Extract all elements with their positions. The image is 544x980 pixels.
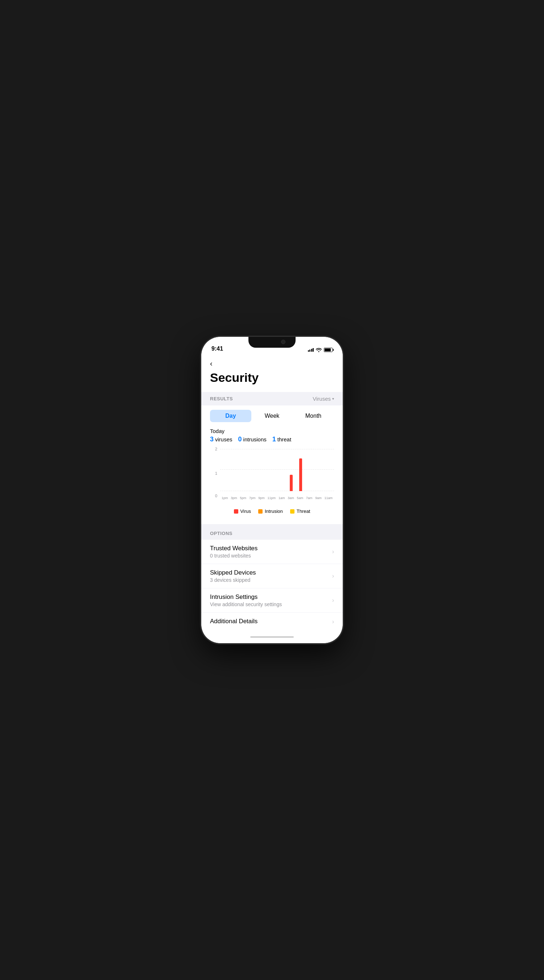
skipped-devices-subtitle: 3 devices skipped bbox=[210, 577, 256, 583]
legend-threat: Threat bbox=[290, 509, 311, 514]
intrusion-label: intrusions bbox=[243, 436, 266, 442]
bars-area bbox=[220, 449, 334, 491]
intrusion-settings-title: Intrusion Settings bbox=[210, 593, 282, 601]
tab-week[interactable]: Week bbox=[251, 410, 293, 422]
notch bbox=[248, 337, 296, 348]
status-icons bbox=[308, 348, 333, 352]
x-label-11pm: 11pm bbox=[268, 496, 276, 500]
trusted-websites-subtitle: 0 trusted websites bbox=[210, 553, 257, 558]
legend-virus: Virus bbox=[234, 509, 251, 514]
virus-label: viruses bbox=[215, 436, 233, 442]
bar-5am bbox=[299, 458, 302, 491]
scroll-content[interactable]: ‹ Security RESULTS Viruses ▾ Day Week bbox=[201, 355, 343, 631]
options-section-header: OPTIONS bbox=[201, 527, 343, 540]
virus-legend-label: Virus bbox=[241, 509, 251, 514]
bar-3am bbox=[290, 475, 293, 491]
trusted-websites-title: Trusted Websites bbox=[210, 545, 257, 552]
threat-dot bbox=[290, 509, 295, 514]
threat-count: 1 bbox=[272, 436, 276, 443]
x-label-7pm: 7pm bbox=[249, 496, 256, 500]
intrusion-dot bbox=[258, 509, 263, 514]
threat-label: threat bbox=[278, 436, 291, 442]
section-divider bbox=[201, 524, 343, 527]
wifi-icon bbox=[316, 348, 322, 352]
y-label-2: 2 bbox=[210, 447, 217, 451]
stat-viruses: 3 viruses bbox=[210, 436, 233, 443]
camera-notch bbox=[281, 340, 285, 344]
legend-intrusion: Intrusion bbox=[258, 509, 283, 514]
chart-area: 2 1 0 bbox=[210, 449, 334, 500]
x-label-3am: 3am bbox=[288, 496, 294, 500]
x-label-5pm: 5pm bbox=[240, 496, 247, 500]
chevron-right-icon: › bbox=[332, 619, 334, 625]
tab-day[interactable]: Day bbox=[210, 410, 251, 422]
stat-intrusions: 0 intrusions bbox=[238, 436, 266, 443]
x-label-9am: 9am bbox=[315, 496, 322, 500]
phone-frame: 9:41 bbox=[201, 337, 343, 643]
x-label-9pm: 9pm bbox=[258, 496, 265, 500]
home-indicator bbox=[201, 631, 343, 643]
results-section-header: RESULTS Viruses ▾ bbox=[201, 392, 343, 406]
option-trusted-websites[interactable]: Trusted Websites 0 trusted websites › bbox=[201, 540, 343, 564]
y-label-0: 0 bbox=[210, 494, 217, 498]
tabs-container: Day Week Month bbox=[201, 406, 343, 426]
intrusion-count: 0 bbox=[238, 436, 242, 443]
y-label-1: 1 bbox=[210, 471, 217, 476]
chevron-right-icon: › bbox=[332, 597, 334, 604]
filter-dropdown[interactable]: Viruses ▾ bbox=[312, 396, 334, 402]
option-additional-details[interactable]: Additional Details › bbox=[201, 612, 343, 631]
filter-label: Viruses bbox=[312, 396, 331, 402]
x-label-1pm: 1pm bbox=[222, 496, 228, 500]
options-label: OPTIONS bbox=[210, 531, 233, 536]
x-label-11am: 11am bbox=[325, 496, 333, 500]
x-label-5am: 5am bbox=[297, 496, 303, 500]
intrusion-legend-label: Intrusion bbox=[265, 509, 283, 514]
stat-threats: 1 threat bbox=[272, 436, 291, 443]
tab-month[interactable]: Month bbox=[293, 410, 334, 422]
stats-numbers: 3 viruses 0 intrusions 1 threat bbox=[210, 436, 334, 443]
chart-container: 2 1 0 bbox=[201, 446, 343, 524]
chevron-down-icon: ▾ bbox=[332, 397, 334, 401]
chevron-right-icon: › bbox=[332, 549, 334, 555]
x-label-1am: 1am bbox=[279, 496, 285, 500]
chart-legend: Virus Intrusion Threat bbox=[210, 509, 334, 520]
threat-legend-label: Threat bbox=[297, 509, 311, 514]
battery-icon bbox=[324, 348, 333, 352]
x-label-7am: 7am bbox=[306, 496, 312, 500]
virus-dot bbox=[234, 509, 238, 514]
virus-count: 3 bbox=[210, 436, 214, 443]
skipped-devices-title: Skipped Devices bbox=[210, 569, 256, 576]
x-labels: 1pm 3pm 5pm 7pm 9pm 11pm 1am 3am 5am 7am… bbox=[220, 496, 334, 500]
intrusion-settings-subtitle: View additional security settings bbox=[210, 601, 282, 607]
nav-back: ‹ bbox=[201, 355, 343, 369]
option-intrusion-settings[interactable]: Intrusion Settings View additional secur… bbox=[201, 589, 343, 612]
today-label: Today bbox=[210, 428, 334, 434]
x-label-3pm: 3pm bbox=[231, 496, 237, 500]
phone-screen: 9:41 bbox=[201, 337, 343, 643]
results-label: RESULTS bbox=[210, 396, 233, 401]
status-time: 9:41 bbox=[211, 345, 223, 352]
signal-icon bbox=[308, 348, 314, 352]
stats-row: Today 3 viruses 0 intrusions 1 threat bbox=[201, 426, 343, 446]
additional-details-title: Additional Details bbox=[210, 618, 257, 625]
chevron-right-icon: › bbox=[332, 573, 334, 579]
option-skipped-devices[interactable]: Skipped Devices 3 devices skipped › bbox=[201, 564, 343, 589]
home-bar bbox=[250, 636, 294, 638]
back-button[interactable]: ‹ bbox=[210, 360, 213, 368]
page-title: Security bbox=[201, 369, 343, 392]
